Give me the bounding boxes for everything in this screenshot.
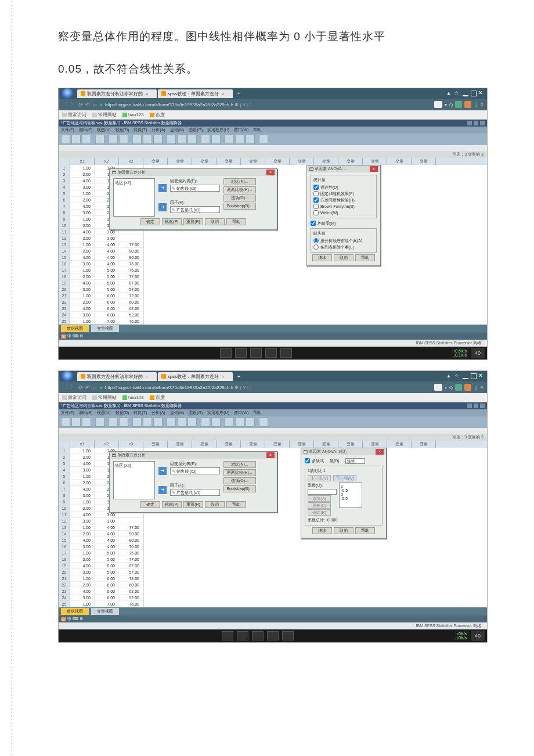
- task-icon[interactable]: [282, 631, 294, 640]
- task-icon[interactable]: [237, 631, 248, 640]
- cell[interactable]: 3.00: [70, 595, 95, 601]
- download-icon[interactable]: ⤓: [474, 384, 478, 391]
- tab-data-view[interactable]: 数据视图: [61, 608, 89, 615]
- table-row[interactable]: 131.004.0077.00: [59, 524, 143, 531]
- cell[interactable]: 52.00: [119, 595, 143, 601]
- undo-icon[interactable]: ↶: [85, 384, 90, 391]
- cell[interactable]: 2.00: [70, 197, 95, 203]
- select-icon[interactable]: [187, 135, 197, 144]
- cell[interactable]: 4.00: [70, 588, 95, 595]
- cell[interactable]: 4.00: [70, 460, 95, 467]
- means-plot-checkbox[interactable]: 均值图(M): [311, 220, 377, 226]
- table-row[interactable]: 211.006.0072.00: [59, 575, 143, 582]
- cell[interactable]: 2.00: [70, 505, 95, 512]
- help-button[interactable]: 帮助: [226, 501, 246, 508]
- fixed-random-checkbox[interactable]: 固定和随机效果(F): [313, 190, 374, 197]
- cell[interactable]: 76.00: [119, 261, 143, 267]
- homogeneity-checkbox[interactable]: 方差同质性检验(H): [313, 197, 374, 203]
- column-header[interactable]: 变量: [143, 158, 168, 165]
- column-header[interactable]: 变量: [387, 158, 412, 165]
- coef-input[interactable]: [308, 489, 337, 495]
- task-icon[interactable]: [222, 631, 233, 640]
- table-row[interactable]: 251.007.0076.00: [59, 318, 143, 325]
- cell[interactable]: [119, 518, 143, 524]
- cell[interactable]: 87.00: [119, 280, 143, 286]
- cell[interactable]: 1.00: [70, 448, 95, 454]
- cell[interactable]: 77.00: [119, 242, 143, 248]
- ime-label[interactable]: 中 ⌨ ⚙: [67, 333, 83, 339]
- remove-button[interactable]: 去除(R): [308, 509, 331, 516]
- maximize-icon[interactable]: [474, 121, 478, 125]
- menu-item[interactable]: 转换(T): [134, 410, 147, 416]
- toolbar-button[interactable]: [201, 417, 210, 427]
- cell[interactable]: 1.00: [70, 242, 95, 248]
- menu-item[interactable]: 分析(A): [151, 127, 165, 133]
- browser-tab-1[interactable]: 双因素方差分析法非常好的×: [77, 372, 157, 381]
- list-item[interactable]: 地区 [x2]: [115, 463, 153, 469]
- column-header[interactable]: 变量: [168, 158, 192, 165]
- menu-item[interactable]: 窗口(W): [234, 410, 248, 416]
- column-header[interactable]: 变量: [192, 158, 217, 165]
- cell[interactable]: 77.00: [119, 524, 143, 531]
- abc-icon[interactable]: [235, 135, 244, 144]
- table-row[interactable]: 234.006.0062.00: [59, 588, 143, 595]
- cell[interactable]: 5.00: [95, 563, 119, 569]
- new-tab-button[interactable]: +: [234, 91, 244, 97]
- toolbar-button[interactable]: [95, 417, 104, 427]
- cell[interactable]: 4.00: [95, 543, 119, 550]
- app-icon[interactable]: [464, 384, 471, 391]
- print-icon[interactable]: [82, 135, 91, 144]
- cell[interactable]: 7.00: [95, 601, 119, 607]
- cell[interactable]: 5.00: [95, 556, 119, 563]
- cell[interactable]: 6.00: [95, 293, 119, 299]
- menu-item[interactable]: 直销(M): [170, 410, 185, 416]
- star-icon[interactable]: ☆: [92, 384, 98, 391]
- cancel-button[interactable]: 取消: [205, 501, 225, 508]
- column-header[interactable]: 变量: [143, 441, 168, 448]
- cell[interactable]: 2.00: [70, 171, 95, 178]
- cell[interactable]: 4.00: [70, 305, 95, 312]
- dependent-list[interactable]: ✎ 销售额 [x3]: [170, 185, 220, 192]
- cell[interactable]: 6.00: [95, 312, 119, 318]
- cell[interactable]: 80.00: [119, 537, 143, 543]
- posthoc-button[interactable]: 两两比较(H)...: [223, 186, 256, 193]
- maximize-icon[interactable]: [474, 404, 478, 408]
- url-field[interactable]: http://jingyan.baidu.com/album/375c8e199…: [105, 102, 432, 108]
- menu-item[interactable]: 数据(D): [116, 127, 129, 133]
- cell[interactable]: 6.00: [95, 299, 119, 305]
- column-header[interactable]: 变量: [338, 441, 363, 448]
- column-header[interactable]: 变量: [217, 441, 241, 448]
- cell[interactable]: 3.00: [70, 569, 95, 575]
- table-row[interactable]: 163.004.0076.00: [59, 261, 143, 267]
- toolbar-button[interactable]: [143, 417, 152, 427]
- cell[interactable]: 4.00: [95, 248, 119, 254]
- new-tab-button[interactable]: +: [234, 373, 244, 380]
- cell[interactable]: 77.00: [119, 556, 143, 563]
- close-icon[interactable]: ×: [222, 91, 225, 96]
- star-icon[interactable]: ☆: [454, 373, 460, 379]
- bookmark-common[interactable]: 常用网站: [92, 394, 117, 401]
- column-header[interactable]: 变量: [412, 158, 436, 165]
- cell[interactable]: 1.00: [70, 318, 95, 325]
- notification-icon[interactable]: ▲: [446, 373, 452, 379]
- toolbar-button[interactable]: [109, 417, 118, 427]
- toolbar-button[interactable]: [132, 417, 142, 427]
- cell[interactable]: 4.00: [70, 512, 95, 518]
- cell[interactable]: 1.00: [70, 601, 95, 607]
- bookmark-baidu[interactable]: 百度: [150, 394, 165, 401]
- table-row[interactable]: 234.006.0062.00: [59, 305, 143, 312]
- column-header[interactable]: 变量: [241, 441, 265, 448]
- menu-item[interactable]: 直销(M): [170, 127, 185, 133]
- list-item[interactable]: 地区 [x2]: [115, 180, 153, 186]
- url-field[interactable]: http://jingyan.baidu.com/album/375c8e199…: [105, 384, 432, 391]
- cell[interactable]: 4.00: [70, 178, 95, 184]
- browser-orb-icon[interactable]: [61, 371, 74, 381]
- reset-button[interactable]: 重置(R): [183, 501, 203, 508]
- menu-item[interactable]: 分析(A): [151, 410, 165, 416]
- cell[interactable]: 4.00: [70, 563, 95, 569]
- cell[interactable]: 1.00: [70, 293, 95, 299]
- recall-icon[interactable]: [95, 135, 104, 144]
- table-row[interactable]: 123.003.00: [59, 235, 143, 242]
- cell[interactable]: 4.00: [95, 537, 119, 543]
- minimize-icon[interactable]: [467, 121, 472, 125]
